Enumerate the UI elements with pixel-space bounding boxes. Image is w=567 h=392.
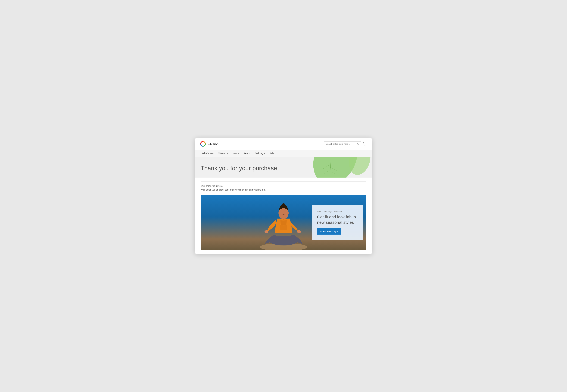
chevron-down-icon: ▼	[263, 153, 265, 154]
svg-line-7	[323, 165, 330, 168]
browser-window: LUMA What'	[195, 138, 372, 254]
order-number-text: Your order # is: 02137.	[201, 185, 366, 187]
nav-item-men[interactable]: Men ▼	[230, 150, 241, 157]
svg-line-10	[330, 171, 336, 174]
header-right	[324, 141, 367, 146]
thank-you-banner: Thank you for your purchase!	[195, 157, 372, 178]
nav-item-sale[interactable]: Sale	[267, 150, 276, 157]
chevron-down-icon: ▼	[249, 153, 250, 154]
promo-title: Get fit and look fab in new seasonal sty…	[317, 214, 358, 225]
chevron-down-icon: ▼	[237, 153, 239, 154]
svg-line-2	[359, 144, 360, 145]
leaf-svg	[277, 157, 372, 178]
content-area: Your order # is: 02137. We'll email you …	[195, 178, 372, 254]
cart-button[interactable]	[363, 142, 367, 146]
page-title: Thank you for your purchase!	[201, 165, 279, 172]
yoga-person-svg	[253, 195, 314, 250]
nav-item-women[interactable]: Women ▼	[216, 150, 230, 157]
promo-subtitle: New Luma Yoga Collection	[317, 210, 358, 213]
svg-point-15	[297, 230, 301, 233]
svg-point-18	[282, 203, 285, 206]
order-email-text: We'll email you an order confirmation wi…	[201, 188, 366, 191]
search-icon	[357, 143, 360, 145]
nav-item-whats-new[interactable]: What's New	[200, 150, 216, 157]
svg-point-13	[269, 236, 298, 245]
main-nav: What's New Women ▼ Men ▼ Gear ▼ Training…	[195, 150, 372, 157]
site-header: LUMA	[195, 138, 372, 150]
svg-point-14	[264, 230, 268, 233]
svg-point-4	[366, 145, 366, 145]
nav-item-gear[interactable]: Gear ▼	[241, 150, 253, 157]
svg-point-3	[364, 145, 365, 145]
logo-area: LUMA	[200, 141, 219, 147]
svg-point-11	[346, 157, 372, 177]
search-button[interactable]	[356, 142, 361, 146]
leaf-decoration	[277, 157, 372, 178]
cart-icon	[363, 142, 367, 146]
yoga-promo-banner: New Luma Yoga Collection Get fit and loo…	[201, 195, 366, 250]
logo-text: LUMA	[207, 142, 219, 146]
svg-line-9	[324, 170, 330, 174]
chevron-down-icon: ▼	[227, 153, 228, 154]
svg-line-8	[330, 167, 337, 171]
shop-new-yoga-button[interactable]: Shop New Yoga	[317, 228, 341, 235]
search-input[interactable]	[324, 142, 356, 146]
promo-card: New Luma Yoga Collection Get fit and loo…	[312, 205, 363, 240]
luma-logo-icon	[200, 141, 206, 147]
search-box	[324, 141, 361, 146]
nav-item-training[interactable]: Training ▼	[253, 150, 267, 157]
svg-point-5	[305, 157, 366, 178]
svg-line-6	[330, 158, 331, 176]
divider	[201, 181, 366, 182]
